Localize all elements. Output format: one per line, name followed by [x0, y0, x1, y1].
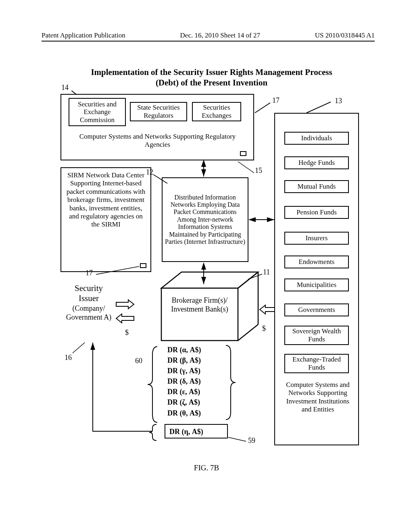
svg-line-13: [248, 274, 262, 279]
dollar-left: $: [125, 328, 129, 337]
ref-59: 59: [248, 436, 255, 445]
svg-line-11: [238, 324, 258, 341]
svg-line-2: [307, 102, 331, 113]
ref-12: 12: [146, 168, 153, 177]
figure-label: FIG. 7B: [0, 463, 413, 472]
entity-municipalities: Municipalities: [284, 278, 349, 291]
svg-line-5: [238, 162, 254, 173]
sec-box: Securities and Exchange Commission: [69, 98, 126, 126]
ref-15: 15: [255, 166, 262, 175]
brokerage-text: Brokerage Firm(s)/ Investment Bank(s): [169, 296, 230, 314]
dr-theta: DR (θ, A$): [167, 408, 201, 418]
dr-zeta: DR (ζ, A$): [167, 397, 201, 407]
ref-13: 13: [335, 97, 342, 105]
page-header: Patent Application Publication Dec. 16, …: [42, 31, 375, 42]
figure-title: Implementation of the Security Issuer Ri…: [48, 67, 375, 88]
distributed-network-box: Distributed Information Networks Employi…: [162, 177, 248, 262]
dr-gamma: DR (γ, A$): [167, 366, 201, 376]
svg-line-15: [73, 343, 85, 353]
dr-beta: DR (β, A$): [167, 355, 201, 366]
dollar-right: $: [262, 324, 266, 333]
dr-delta: DR (δ, A$): [167, 376, 201, 387]
sirm-text: SIRM Network Data Center Supporting Inte…: [65, 171, 147, 229]
entity-hedge-funds: Hedge Funds: [284, 156, 349, 169]
dr-eta: DR (η, A$): [169, 426, 203, 437]
entity-pension-funds: Pension Funds: [284, 206, 349, 219]
figure-title-line2: (Debt) of the Present Invention: [156, 78, 267, 87]
entity-governments: Governments: [284, 303, 349, 316]
ref-16: 16: [65, 353, 72, 362]
securities-exchanges-box: Securities Exchanges: [192, 102, 241, 121]
svg-marker-8: [161, 272, 258, 288]
ref-17a: 17: [272, 96, 280, 105]
security-issuer-body: (Company/ Government A): [65, 304, 113, 322]
state-securities-box: State Securities Regulators: [130, 102, 187, 121]
header-right: US 2010/0318445 A1: [315, 31, 375, 39]
entity-etf: Exchange-Traded Funds: [284, 354, 349, 373]
entity-endowments: Endowments: [284, 256, 349, 268]
ref-60: 60: [135, 357, 142, 365]
entity-individuals: Individuals: [284, 132, 349, 145]
diagram: Securities and Exchange Commission State…: [48, 91, 367, 445]
svg-line-10: [238, 272, 258, 288]
svg-line-17: [228, 437, 246, 441]
sirm-computer-icon: [140, 263, 146, 268]
regulatory-caption: Computer Systems and Networks Supporting…: [68, 133, 247, 149]
ref-17b: 17: [86, 269, 93, 277]
figure-title-line1: Implementation of the Security Issuer Ri…: [91, 67, 332, 77]
entities-caption: Computer Systems and Networks Supporting…: [282, 381, 354, 414]
dr-alpha: DR (α, A$): [167, 345, 201, 355]
entity-mutual-funds: Mutual Funds: [284, 180, 349, 193]
entity-insurers: Insurers: [284, 232, 349, 245]
security-issuer-title: Security Issuer: [65, 283, 113, 303]
header-left: Patent Application Publication: [42, 31, 125, 39]
entity-sovereign: Sovereign Wealth Funds: [284, 326, 349, 345]
header-center: Dec. 16, 2010 Sheet 14 of 27: [180, 31, 260, 39]
dr-list: DR (α, A$) DR (β, A$) DR (γ, A$) DR (δ, …: [167, 345, 201, 418]
dr-epsilon: DR (ε, A$): [167, 387, 201, 397]
reg-computer-icon: [240, 151, 246, 156]
ref-11: 11: [263, 268, 270, 276]
svg-line-1: [255, 103, 270, 113]
